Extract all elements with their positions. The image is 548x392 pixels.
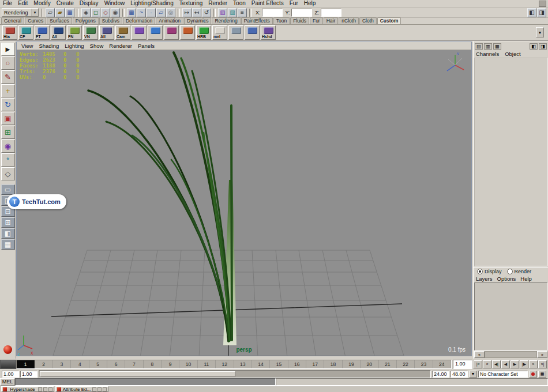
playback-end-field[interactable]: 24.00 [432,371,449,378]
animation-start-field[interactable]: 1.00 [2,371,19,378]
frame-tick[interactable]: 3 [53,360,71,368]
playback-start-field[interactable]: 1.00 [20,371,37,378]
go-to-end-button[interactable]: »| [538,360,547,368]
shelf-button[interactable]: Cam [115,25,130,40]
range-slider-track[interactable] [39,370,431,378]
frame-tick[interactable]: 13 [234,360,252,368]
play-forwards-button[interactable]: ▶ [511,360,519,368]
shelf-tab[interactable]: Fluids [290,17,309,24]
frame-tick[interactable]: 4 [71,360,89,368]
taskbar-window-button[interactable]: Attribute Ed... [55,386,108,392]
shelf-tab[interactable]: Hair [324,17,339,24]
input-connections-icon[interactable]: ↦ [182,8,192,17]
paint-selection-tool[interactable]: ✎ [1,70,15,84]
shelf-button[interactable] [132,25,147,40]
shelf-menu-icon[interactable]: ▼ [536,27,544,37]
shelf-button[interactable]: FT [35,25,50,40]
layer-menu-item[interactable]: Help [520,276,532,282]
shelf-tab[interactable]: Surfaces [47,17,72,24]
shelf-button[interactable]: mel [212,25,227,40]
frame-tick[interactable]: 24 [433,360,451,368]
shelf-button[interactable] [164,25,179,40]
ipr-render-icon[interactable]: ▨ [228,8,237,17]
multi-pane-layout[interactable]: ▦ [1,239,15,250]
character-set-field[interactable]: No Character Set [478,371,528,378]
four-panes-layout[interactable]: ⊞ [1,217,15,228]
channel-names-icon[interactable]: ▤ [475,43,483,50]
character-set-dropdown-icon[interactable]: ▼ [469,371,477,378]
menu-item[interactable]: Fur [287,0,301,7]
move-tool[interactable]: + [1,84,15,97]
y-coordinate-input[interactable] [291,9,312,17]
persp-outliner-layout[interactable]: ◧ [1,228,15,239]
frame-tick[interactable]: 20 [361,360,378,368]
frame-tick[interactable]: 16 [288,360,306,368]
shelf-button[interactable]: Hshd [261,25,276,40]
minimize-icon[interactable] [38,387,42,391]
last-tool-used[interactable]: ◇ [1,167,15,180]
shelf-tab[interactable]: Cloth [359,17,377,24]
channel-box-toggle-icon[interactable]: ◧ [530,43,538,50]
menu-item[interactable]: Render [205,0,230,7]
layer-menu-item[interactable]: Options [497,276,516,282]
play-backwards-button[interactable]: ◀ [501,360,510,368]
step-back-frame-button[interactable]: « [483,360,491,368]
frame-tick[interactable]: 12 [216,360,234,368]
universal-manipulator-tool[interactable]: ⊞ [1,126,15,139]
frame-tick[interactable]: 10 [179,360,197,368]
step-forward-frame-button[interactable]: » [529,360,538,368]
menu-item[interactable]: Toon [230,0,249,7]
shelf-tab[interactable]: Dynamics [184,17,211,24]
frame-tick[interactable]: 11 [198,360,216,368]
select-by-object-icon[interactable]: ◻ [91,8,100,17]
shelf-button[interactable]: CP [18,25,33,40]
panel-menu-item[interactable]: Shading [36,43,62,50]
frame-tick[interactable]: 19 [343,360,361,368]
output-connections-icon[interactable]: ↤ [192,8,201,17]
animation-end-field[interactable]: 48.00 [451,371,468,378]
shelf-tab[interactable]: Subdivs [99,17,122,24]
menu-item[interactable]: File [0,0,15,7]
layer-menu-item[interactable]: Layers [476,276,493,282]
hide-ui-elements-icon[interactable]: ◨ [537,8,546,17]
panel-menu-item[interactable]: Show [87,43,107,50]
soft-modification-tool[interactable]: ◉ [1,140,15,153]
save-scene-icon[interactable]: ▦ [65,8,74,17]
lock-selection-icon[interactable]: ◉ [111,8,120,17]
shelf-button[interactable]: FN [67,25,82,40]
construction-history-icon[interactable]: ↺ [202,8,211,17]
channel-box-menu-item[interactable]: Object [505,51,520,57]
select-by-hierarchy-icon[interactable]: ◈ [81,8,91,17]
shelf-tab[interactable]: Polygons [73,17,99,24]
menu-grip-icon[interactable] [539,1,546,7]
snap-to-grid-icon[interactable]: ▦ [127,8,136,17]
menu-item[interactable]: Texturing [177,0,206,7]
auto-keyframe-toggle[interactable] [529,371,537,378]
shelf-button[interactable]: VN [83,25,98,40]
frame-tick[interactable]: 1 [17,360,35,368]
channel-speed-icon[interactable]: ▦ [493,43,501,50]
menu-item[interactable]: Window [102,0,128,7]
shelf-button[interactable]: Hia [2,25,17,40]
menu-item[interactable]: Paint Effects [249,0,287,7]
open-scene-icon[interactable]: ▰ [55,8,65,17]
step-back-key-button[interactable]: ◀| [492,360,501,368]
menu-item[interactable]: Modify [31,0,53,7]
animation-preferences-icon[interactable]: ▦ [538,371,546,378]
select-by-component-icon[interactable]: ◇ [101,8,110,17]
menu-item[interactable]: Create [54,0,77,7]
menu-item[interactable]: Help [301,0,319,7]
shelf-button[interactable]: All [51,25,66,40]
close-icon[interactable] [48,387,52,391]
shelf-tab[interactable]: Fur [310,17,323,24]
shelf-tab[interactable]: General [1,17,24,24]
channel-box-menu-item[interactable]: Channels [476,51,499,57]
menu-set-dropdown[interactable]: Rendering ▼ [2,8,39,17]
frame-tick[interactable]: 9 [162,360,179,368]
command-line-label[interactable]: MEL [0,378,15,386]
shelf-tab[interactable]: PaintEffects [241,17,273,24]
scrollbar-track[interactable] [485,351,537,358]
channel-manipulate-icon[interactable]: ▥ [484,43,492,50]
snap-to-curve-icon[interactable]: ~ [137,8,146,17]
channel-box-area[interactable] [474,58,547,266]
